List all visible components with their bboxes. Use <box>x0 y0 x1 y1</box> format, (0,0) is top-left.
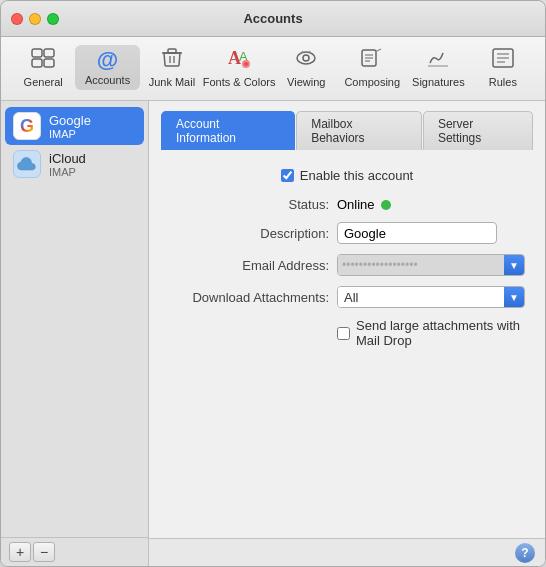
email-dropdown-button[interactable]: ▼ <box>504 255 524 275</box>
enable-row: Enable this account <box>169 168 525 183</box>
email-label: Email Address: <box>169 258 329 273</box>
google-icon: G <box>13 112 41 140</box>
composing-icon <box>359 47 385 73</box>
toolbar-composing-label: Composing <box>344 76 400 88</box>
description-label: Description: <box>169 226 329 241</box>
download-row: Download Attachments: All Recent None ▼ <box>169 286 525 308</box>
traffic-lights <box>11 13 59 25</box>
svg-point-13 <box>303 55 309 61</box>
junk-icon <box>160 47 184 73</box>
email-value-container: ▼ <box>337 254 525 276</box>
download-dropdown-button[interactable]: ▼ <box>504 287 524 307</box>
bottom-bar: ? <box>149 538 545 566</box>
email-input[interactable] <box>338 255 504 275</box>
accounts-icon: @ <box>97 49 118 71</box>
add-account-button[interactable]: + <box>9 542 31 562</box>
icloud-icon <box>13 150 41 178</box>
right-panel: Account Information Mailbox Behaviors Se… <box>149 101 545 566</box>
general-icon <box>30 47 56 73</box>
download-value-container: All Recent None ▼ <box>337 286 525 308</box>
toolbar-accounts[interactable]: @ Accounts <box>75 45 139 90</box>
titlebar: Accounts <box>1 1 545 37</box>
toolbar-composing[interactable]: Composing <box>338 43 406 92</box>
toolbar-viewing-label: Viewing <box>287 76 325 88</box>
enable-account-checkbox[interactable] <box>281 169 294 182</box>
email-row: Email Address: ▼ <box>169 254 525 276</box>
toolbar-signatures[interactable]: Signatures <box>406 43 471 92</box>
description-row: Description: <box>169 222 525 244</box>
status-row: Status: Online <box>169 197 525 212</box>
toolbar-signatures-label: Signatures <box>412 76 465 88</box>
svg-point-11 <box>244 62 248 66</box>
google-account-name: Google <box>49 113 91 128</box>
account-item-google[interactable]: G Google IMAP <box>5 107 144 145</box>
google-account-info: Google IMAP <box>49 113 91 140</box>
toolbar-general-label: General <box>24 76 63 88</box>
accounts-list: G Google IMAP iCloud <box>1 101 148 537</box>
send-large-row: Send large attachments with Mail Drop <box>337 318 525 348</box>
google-g-letter: G <box>20 116 34 137</box>
icloud-account-info: iCloud IMAP <box>49 151 86 178</box>
send-large-checkbox[interactable] <box>337 327 350 340</box>
download-select-wrapper: All Recent None ▼ <box>337 286 525 308</box>
fonts-icon: A A <box>226 47 252 73</box>
help-button[interactable]: ? <box>515 543 535 563</box>
viewing-icon <box>293 47 319 73</box>
rules-icon <box>490 47 516 73</box>
svg-line-15 <box>309 51 310 53</box>
enable-account-label: Enable this account <box>300 168 413 183</box>
window: Accounts General @ Accounts <box>0 0 546 567</box>
svg-rect-3 <box>44 59 54 67</box>
toolbar-accounts-label: Accounts <box>85 74 130 86</box>
send-large-label: Send large attachments with Mail Drop <box>356 318 525 348</box>
maximize-button[interactable] <box>47 13 59 25</box>
svg-rect-0 <box>32 49 42 57</box>
tab-mailbox-behaviors[interactable]: Mailbox Behaviors <box>296 111 422 150</box>
svg-rect-5 <box>168 49 176 53</box>
tab-content: Enable this account Status: Online Descr… <box>149 150 545 538</box>
toolbar-junk[interactable]: Junk Mail <box>140 43 204 92</box>
icloud-account-type: IMAP <box>49 166 86 178</box>
toolbar-general[interactable]: General <box>11 43 75 92</box>
signatures-icon <box>425 47 451 73</box>
svg-rect-1 <box>44 49 54 57</box>
download-label: Download Attachments: <box>169 290 329 305</box>
remove-account-button[interactable]: − <box>33 542 55 562</box>
tab-server-settings[interactable]: Server Settings <box>423 111 533 150</box>
window-title: Accounts <box>243 11 302 26</box>
toolbar-junk-label: Junk Mail <box>149 76 195 88</box>
sidebar: G Google IMAP iCloud <box>1 101 149 566</box>
status-text: Online <box>337 197 375 212</box>
download-select[interactable]: All Recent None <box>338 287 504 307</box>
description-value-container <box>337 222 525 244</box>
main-content: G Google IMAP iCloud <box>1 101 545 566</box>
toolbar-rules[interactable]: Rules <box>471 43 535 92</box>
sidebar-bottom: + − <box>1 537 148 566</box>
toolbar-rules-label: Rules <box>489 76 517 88</box>
toolbar-fonts[interactable]: A A Fonts & Colors <box>204 43 274 92</box>
svg-point-12 <box>297 52 315 64</box>
email-field-wrapper: ▼ <box>337 254 525 276</box>
icloud-account-name: iCloud <box>49 151 86 166</box>
toolbar-viewing[interactable]: Viewing <box>274 43 338 92</box>
account-item-icloud[interactable]: iCloud IMAP <box>5 145 144 183</box>
tabs-bar: Account Information Mailbox Behaviors Se… <box>149 101 545 150</box>
google-account-type: IMAP <box>49 128 91 140</box>
status-indicator <box>381 200 391 210</box>
status-label: Status: <box>169 197 329 212</box>
svg-rect-2 <box>32 59 42 67</box>
minimize-button[interactable] <box>29 13 41 25</box>
toolbar-fonts-label: Fonts & Colors <box>203 76 276 88</box>
description-input[interactable] <box>337 222 497 244</box>
svg-line-14 <box>302 51 303 53</box>
close-button[interactable] <box>11 13 23 25</box>
toolbar: General @ Accounts Junk Mail <box>1 37 545 101</box>
tab-account-information[interactable]: Account Information <box>161 111 295 150</box>
status-value-container: Online <box>337 197 525 212</box>
